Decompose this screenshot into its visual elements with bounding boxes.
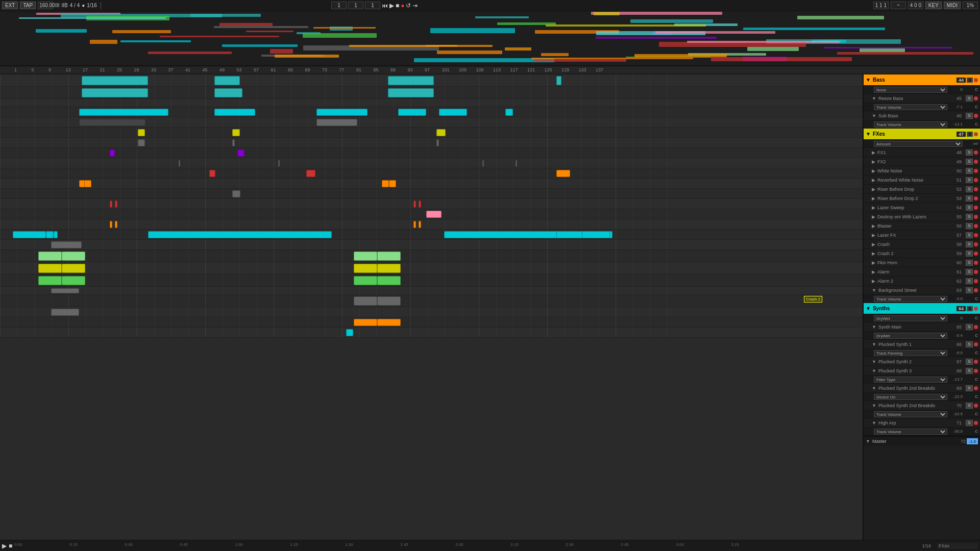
clip-row6-0[interactable] bbox=[138, 139, 145, 146]
track-item-fx2[interactable]: ▶ FX2 49 S bbox=[864, 157, 980, 166]
stop-button[interactable]: ■ bbox=[396, 2, 399, 9]
bg-street-s[interactable]: S bbox=[966, 287, 973, 293]
track-item-sub-bass[interactable]: ▼ Sub Bass 46 S bbox=[864, 111, 980, 120]
fxes-s[interactable]: S bbox=[967, 132, 973, 137]
track-row-24[interactable] bbox=[0, 328, 863, 338]
clip-row12-2[interactable] bbox=[413, 201, 416, 208]
clip-row0-1[interactable] bbox=[214, 76, 240, 85]
synth-param-select-68[interactable]: Filter Type bbox=[874, 377, 947, 383]
clip-row0-0[interactable] bbox=[82, 76, 148, 85]
clip-row15-6[interactable] bbox=[582, 231, 610, 238]
clip-row21-0[interactable] bbox=[354, 296, 377, 306]
s-62[interactable]: S bbox=[966, 278, 973, 284]
bass-param-select[interactable]: None bbox=[874, 87, 947, 93]
collapse-icon-48[interactable]: ▶ bbox=[872, 150, 875, 155]
loop-button[interactable]: ↺ bbox=[406, 2, 411, 9]
synth-s-68[interactable]: S bbox=[966, 368, 973, 374]
clip-row15-1[interactable] bbox=[46, 231, 54, 238]
clip-row19-2[interactable] bbox=[354, 276, 377, 285]
track-item-lazer-sweep[interactable]: ▶ Lazer Sweep 54 S bbox=[864, 203, 980, 212]
clip-row12-0[interactable] bbox=[110, 201, 112, 208]
tap-button[interactable]: TAP bbox=[20, 2, 36, 9]
collapse-icon-55[interactable]: ▶ bbox=[872, 214, 875, 219]
collapse-icon-53[interactable]: ▶ bbox=[872, 196, 875, 201]
track-row-4[interactable] bbox=[0, 117, 863, 128]
track-row-14[interactable] bbox=[0, 219, 863, 230]
collapse-synth-icon-68[interactable]: ▼ bbox=[872, 368, 876, 373]
track-row-0[interactable] bbox=[0, 74, 863, 87]
collapse-icon-57[interactable]: ▶ bbox=[872, 233, 875, 238]
clip-row18-0[interactable] bbox=[38, 264, 62, 273]
synth-s-67[interactable]: S bbox=[966, 359, 973, 365]
clip-row1-1[interactable] bbox=[214, 88, 242, 97]
synth-s-71[interactable]: S bbox=[966, 420, 973, 426]
track-row-1[interactable] bbox=[0, 87, 863, 99]
track-row-23[interactable] bbox=[0, 317, 863, 328]
right-num2[interactable]: ~ bbox=[891, 2, 906, 9]
collapse-icon-49[interactable]: ▶ bbox=[872, 159, 875, 164]
track-group-bass[interactable]: ▼ Bass 44 S bbox=[864, 74, 980, 86]
collapse-icon-52[interactable]: ▶ bbox=[872, 187, 875, 192]
track-item-synth-69[interactable]: ▼ Plucked Synth 2nd Breakdo 69 S bbox=[864, 384, 980, 393]
clip-row5-0[interactable] bbox=[138, 129, 145, 136]
clip-row1-0[interactable] bbox=[82, 88, 148, 97]
track-item-reverbed-white-noise[interactable]: ▶ Reverbed White Noise 51 S bbox=[864, 176, 980, 185]
synth-param-select-66[interactable]: Track Panning bbox=[874, 350, 947, 356]
synth-param-select-71[interactable]: Track Volume bbox=[874, 429, 947, 435]
fxes-param-select[interactable]: Amount bbox=[874, 141, 963, 147]
track-item-riser-before-drop-2[interactable]: ▶ Riser Before Drop 2 53 S bbox=[864, 194, 980, 203]
collapse-bass-icon[interactable]: ▼ bbox=[866, 77, 871, 83]
collapse-synth-icon-66[interactable]: ▼ bbox=[872, 342, 876, 347]
clip-row8-0[interactable] bbox=[179, 160, 180, 167]
clip-row19-1[interactable] bbox=[62, 276, 85, 285]
ext-button[interactable]: EXT bbox=[2, 2, 18, 9]
track-item-destroy-em-with-lazers[interactable]: ▶ Destroy em With Lazers 55 S bbox=[864, 212, 980, 221]
clip-row18-3[interactable] bbox=[377, 264, 401, 273]
clip-row9-2[interactable] bbox=[556, 170, 570, 177]
bpm-display[interactable]: 160.00 bbox=[38, 2, 53, 9]
track-item-crash-2[interactable]: ▶ Crash 2 59 S bbox=[864, 249, 980, 258]
track-row-3[interactable] bbox=[0, 107, 863, 117]
collapse-bgstreet-icon[interactable]: ▼ bbox=[872, 288, 876, 293]
right-num1[interactable]: 1 1 1 bbox=[873, 2, 889, 9]
clip-row10-1[interactable] bbox=[84, 180, 91, 187]
track-item-alarm-2[interactable]: ▶ Alarm 2 62 S bbox=[864, 277, 980, 286]
s-48[interactable]: S bbox=[966, 149, 973, 156]
s-50[interactable]: S bbox=[966, 168, 973, 174]
collapse-synth-icon-65[interactable]: ▼ bbox=[872, 324, 876, 330]
clip-row23-1[interactable] bbox=[377, 319, 401, 326]
clip-row8-3[interactable] bbox=[516, 160, 517, 167]
bottom-play-icon[interactable]: ▶ bbox=[2, 542, 7, 549]
bg-street-param-select[interactable]: Track Volume bbox=[874, 296, 947, 302]
record-button[interactable]: ● bbox=[401, 2, 404, 9]
reeze-bass-param-select[interactable]: Track Volume bbox=[874, 104, 947, 110]
clip-row20-0[interactable] bbox=[51, 288, 79, 293]
collapse-icon-60[interactable]: ▶ bbox=[872, 260, 875, 265]
s-60[interactable]: S bbox=[966, 260, 973, 266]
track-row-13[interactable] bbox=[0, 209, 863, 219]
collapse-synth-icon-69[interactable]: ▼ bbox=[872, 386, 876, 391]
clip-row4-0[interactable] bbox=[79, 119, 145, 126]
track-item-fx1[interactable]: ▶ FX1 48 S bbox=[864, 148, 980, 157]
sub-bass-s[interactable]: S bbox=[966, 113, 973, 119]
track-item-crash[interactable]: ▶ Crash 58 S bbox=[864, 240, 980, 249]
clip-row6-2[interactable] bbox=[436, 139, 439, 146]
track-row-19[interactable] bbox=[0, 274, 863, 287]
track-group-synths[interactable]: ▼ Synths 64 S bbox=[864, 303, 980, 314]
track-row-11[interactable] bbox=[0, 189, 863, 199]
clip-row22-0[interactable] bbox=[51, 309, 79, 316]
track-group-fxes[interactable]: ▼ FXes 47 S bbox=[864, 129, 980, 140]
collapse-icon-50[interactable]: ▶ bbox=[872, 168, 875, 173]
collapse-icon-56[interactable]: ▶ bbox=[872, 223, 875, 229]
clip-row3-1[interactable] bbox=[214, 109, 255, 116]
track-row-22[interactable] bbox=[0, 307, 863, 317]
clip-row7-1[interactable] bbox=[237, 149, 244, 157]
track-row-6[interactable] bbox=[0, 138, 863, 148]
clip-row14-3[interactable] bbox=[419, 221, 421, 228]
clip-row10-3[interactable] bbox=[389, 180, 396, 187]
clip-row14-0[interactable] bbox=[110, 221, 112, 228]
track-item-riser-before-drop[interactable]: ▶ Riser Before Drop 52 S bbox=[864, 185, 980, 194]
clip-row7-0[interactable] bbox=[110, 149, 115, 157]
clip-row10-2[interactable] bbox=[382, 180, 389, 187]
track-item-synth-66[interactable]: ▼ Plucked Synth 1 66 S bbox=[864, 340, 980, 349]
